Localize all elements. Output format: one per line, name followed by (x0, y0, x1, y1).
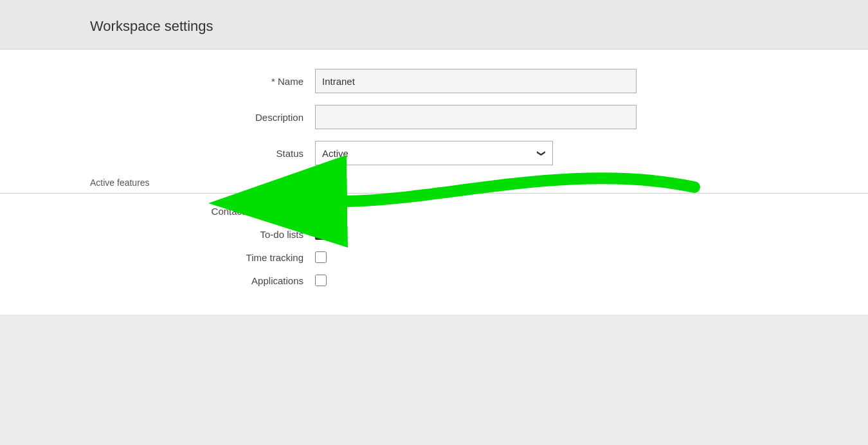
time-tracking-label: Time tracking (0, 252, 315, 263)
status-label: Status (0, 148, 315, 159)
page-title: Workspace settings (90, 18, 842, 35)
applications-label: Applications (0, 275, 315, 286)
name-row: * Name (0, 69, 868, 93)
feature-row-todo-lists: To-do lists (0, 226, 868, 242)
name-label: * Name (0, 76, 315, 87)
feature-row-contact-management: Contact management (0, 203, 868, 219)
todo-lists-label: To-do lists (0, 229, 315, 240)
contact-management-label: Contact management (0, 206, 315, 217)
status-row: Status Active Inactive (0, 141, 868, 165)
contact-management-checkbox[interactable] (315, 205, 327, 217)
description-row: Description (0, 105, 868, 129)
name-input[interactable] (315, 69, 637, 93)
status-select-wrapper: Active Inactive (315, 141, 553, 165)
workspace-header: Workspace settings (0, 0, 868, 50)
status-select[interactable]: Active Inactive (315, 141, 553, 165)
feature-row-applications: Applications (0, 272, 868, 289)
active-features-label: Active features (90, 177, 150, 188)
time-tracking-checkbox[interactable] (315, 251, 327, 263)
description-label: Description (0, 112, 315, 123)
todo-lists-checkbox[interactable] (315, 228, 327, 240)
feature-row-time-tracking: Time tracking (0, 249, 868, 266)
form-area: * Name Description Status Active Inactiv… (0, 50, 868, 314)
description-input[interactable] (315, 105, 637, 129)
main-content: Workspace settings * Name Description St… (0, 0, 868, 445)
page-wrapper: Workspace settings * Name Description St… (0, 0, 868, 445)
applications-checkbox[interactable] (315, 275, 327, 286)
